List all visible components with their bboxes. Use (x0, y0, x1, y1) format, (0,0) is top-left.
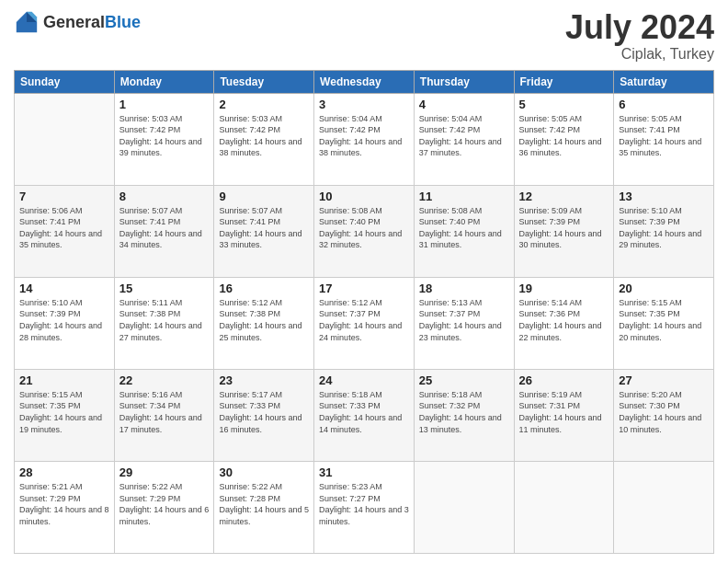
day-info: Sunrise: 5:20 AMSunset: 7:30 PMDaylight:… (619, 389, 709, 435)
calendar-cell: 22Sunrise: 5:16 AMSunset: 7:34 PMDayligh… (114, 369, 214, 461)
day-info: Sunrise: 5:21 AMSunset: 7:29 PMDaylight:… (19, 481, 109, 527)
day-number: 20 (619, 282, 709, 295)
calendar-cell: 24Sunrise: 5:18 AMSunset: 7:33 PMDayligh… (314, 369, 415, 461)
calendar-cell (614, 461, 714, 553)
calendar-cell: 4Sunrise: 5:04 AMSunset: 7:42 PMDaylight… (414, 93, 514, 185)
day-number: 13 (619, 190, 709, 203)
calendar-cell: 1Sunrise: 5:03 AMSunset: 7:42 PMDaylight… (114, 93, 214, 185)
day-info: Sunrise: 5:08 AMSunset: 7:40 PMDaylight:… (319, 205, 409, 251)
calendar-week-row: 1Sunrise: 5:03 AMSunset: 7:42 PMDaylight… (15, 93, 714, 185)
calendar-cell: 12Sunrise: 5:09 AMSunset: 7:39 PMDayligh… (514, 185, 614, 277)
day-number: 6 (619, 98, 709, 111)
day-info: Sunrise: 5:04 AMSunset: 7:42 PMDaylight:… (419, 113, 509, 159)
day-info: Sunrise: 5:10 AMSunset: 7:39 PMDaylight:… (19, 297, 109, 343)
day-info: Sunrise: 5:11 AMSunset: 7:38 PMDaylight:… (119, 297, 210, 343)
day-info: Sunrise: 5:14 AMSunset: 7:36 PMDaylight:… (519, 297, 609, 343)
day-number: 14 (19, 282, 109, 295)
day-info: Sunrise: 5:06 AMSunset: 7:41 PMDaylight:… (19, 205, 109, 251)
day-info: Sunrise: 5:08 AMSunset: 7:40 PMDaylight:… (419, 205, 509, 251)
day-number: 21 (19, 373, 109, 387)
day-info: Sunrise: 5:23 AMSunset: 7:27 PMDaylight:… (319, 481, 409, 527)
day-number: 18 (419, 282, 509, 295)
title-month: July 2024 (565, 9, 714, 46)
calendar-cell (414, 461, 514, 553)
day-info: Sunrise: 5:04 AMSunset: 7:42 PMDaylight:… (319, 113, 409, 159)
day-info: Sunrise: 5:07 AMSunset: 7:41 PMDaylight:… (219, 205, 309, 251)
calendar-table: SundayMondayTuesdayWednesdayThursdayFrid… (14, 70, 714, 554)
calendar-cell: 21Sunrise: 5:15 AMSunset: 7:35 PMDayligh… (15, 369, 115, 461)
calendar-cell: 8Sunrise: 5:07 AMSunset: 7:41 PMDaylight… (114, 185, 214, 277)
day-number: 2 (219, 98, 309, 111)
day-number: 15 (119, 282, 210, 295)
calendar-week-row: 7Sunrise: 5:06 AMSunset: 7:41 PMDaylight… (15, 185, 714, 277)
day-info: Sunrise: 5:16 AMSunset: 7:34 PMDaylight:… (119, 389, 210, 435)
calendar-cell: 25Sunrise: 5:18 AMSunset: 7:32 PMDayligh… (414, 369, 514, 461)
day-info: Sunrise: 5:18 AMSunset: 7:33 PMDaylight:… (319, 389, 409, 435)
calendar-cell: 6Sunrise: 5:05 AMSunset: 7:41 PMDaylight… (614, 93, 714, 185)
calendar-header-wednesday: Wednesday (314, 70, 415, 93)
day-info: Sunrise: 5:09 AMSunset: 7:39 PMDaylight:… (519, 205, 609, 251)
calendar-cell (514, 461, 614, 553)
calendar-cell: 2Sunrise: 5:03 AMSunset: 7:42 PMDaylight… (214, 93, 314, 185)
day-info: Sunrise: 5:17 AMSunset: 7:33 PMDaylight:… (219, 389, 309, 435)
day-number: 26 (519, 373, 609, 387)
calendar-header-saturday: Saturday (614, 70, 714, 93)
calendar-cell: 14Sunrise: 5:10 AMSunset: 7:39 PMDayligh… (15, 277, 115, 369)
day-info: Sunrise: 5:12 AMSunset: 7:38 PMDaylight:… (219, 297, 309, 343)
day-info: Sunrise: 5:22 AMSunset: 7:29 PMDaylight:… (119, 481, 210, 527)
calendar-cell: 13Sunrise: 5:10 AMSunset: 7:39 PMDayligh… (614, 185, 714, 277)
calendar-cell: 29Sunrise: 5:22 AMSunset: 7:29 PMDayligh… (114, 461, 214, 553)
day-number: 28 (19, 465, 109, 479)
calendar-cell: 26Sunrise: 5:19 AMSunset: 7:31 PMDayligh… (514, 369, 614, 461)
calendar-header-monday: Monday (114, 70, 214, 93)
logo-icon (14, 9, 40, 35)
calendar-cell: 7Sunrise: 5:06 AMSunset: 7:41 PMDaylight… (15, 185, 115, 277)
calendar-cell: 30Sunrise: 5:22 AMSunset: 7:28 PMDayligh… (214, 461, 314, 553)
title-block: July 2024 Ciplak, Turkey (565, 9, 714, 63)
calendar-cell: 16Sunrise: 5:12 AMSunset: 7:38 PMDayligh… (214, 277, 314, 369)
day-info: Sunrise: 5:07 AMSunset: 7:41 PMDaylight:… (119, 205, 210, 251)
logo-text-blue: Blue (105, 13, 141, 31)
calendar-cell: 18Sunrise: 5:13 AMSunset: 7:37 PMDayligh… (414, 277, 514, 369)
day-number: 31 (319, 465, 409, 479)
day-info: Sunrise: 5:10 AMSunset: 7:39 PMDaylight:… (619, 205, 709, 251)
calendar-cell: 20Sunrise: 5:15 AMSunset: 7:35 PMDayligh… (614, 277, 714, 369)
calendar-cell: 11Sunrise: 5:08 AMSunset: 7:40 PMDayligh… (414, 185, 514, 277)
day-number: 8 (119, 190, 210, 203)
day-number: 9 (219, 190, 309, 203)
calendar-cell: 23Sunrise: 5:17 AMSunset: 7:33 PMDayligh… (214, 369, 314, 461)
day-number: 17 (319, 282, 409, 295)
day-number: 11 (419, 190, 509, 203)
day-info: Sunrise: 5:03 AMSunset: 7:42 PMDaylight:… (219, 113, 309, 159)
day-number: 30 (219, 465, 309, 479)
day-number: 22 (119, 373, 210, 387)
calendar-cell: 3Sunrise: 5:04 AMSunset: 7:42 PMDaylight… (314, 93, 415, 185)
calendar-cell: 15Sunrise: 5:11 AMSunset: 7:38 PMDayligh… (114, 277, 214, 369)
logo-text-general: General (43, 13, 105, 31)
day-number: 23 (219, 373, 309, 387)
day-info: Sunrise: 5:05 AMSunset: 7:41 PMDaylight:… (619, 113, 709, 159)
day-number: 19 (519, 282, 609, 295)
page: GeneralBlue July 2024 Ciplak, Turkey Sun… (0, 0, 728, 563)
header: GeneralBlue July 2024 Ciplak, Turkey (14, 9, 714, 63)
day-number: 24 (319, 373, 409, 387)
day-info: Sunrise: 5:18 AMSunset: 7:32 PMDaylight:… (419, 389, 509, 435)
day-number: 4 (419, 98, 509, 111)
day-number: 3 (319, 98, 409, 111)
calendar-week-row: 21Sunrise: 5:15 AMSunset: 7:35 PMDayligh… (15, 369, 714, 461)
day-info: Sunrise: 5:12 AMSunset: 7:37 PMDaylight:… (319, 297, 409, 343)
calendar-week-row: 28Sunrise: 5:21 AMSunset: 7:29 PMDayligh… (15, 461, 714, 553)
calendar-cell: 10Sunrise: 5:08 AMSunset: 7:40 PMDayligh… (314, 185, 415, 277)
day-info: Sunrise: 5:15 AMSunset: 7:35 PMDaylight:… (19, 389, 109, 435)
day-info: Sunrise: 5:15 AMSunset: 7:35 PMDaylight:… (619, 297, 709, 343)
day-number: 12 (519, 190, 609, 203)
calendar-cell: 27Sunrise: 5:20 AMSunset: 7:30 PMDayligh… (614, 369, 714, 461)
day-number: 16 (219, 282, 309, 295)
day-number: 27 (619, 373, 709, 387)
logo: GeneralBlue (14, 9, 141, 35)
calendar-week-row: 14Sunrise: 5:10 AMSunset: 7:39 PMDayligh… (15, 277, 714, 369)
calendar-header-thursday: Thursday (414, 70, 514, 93)
day-number: 7 (19, 190, 109, 203)
calendar-header-tuesday: Tuesday (214, 70, 314, 93)
day-info: Sunrise: 5:05 AMSunset: 7:42 PMDaylight:… (519, 113, 609, 159)
